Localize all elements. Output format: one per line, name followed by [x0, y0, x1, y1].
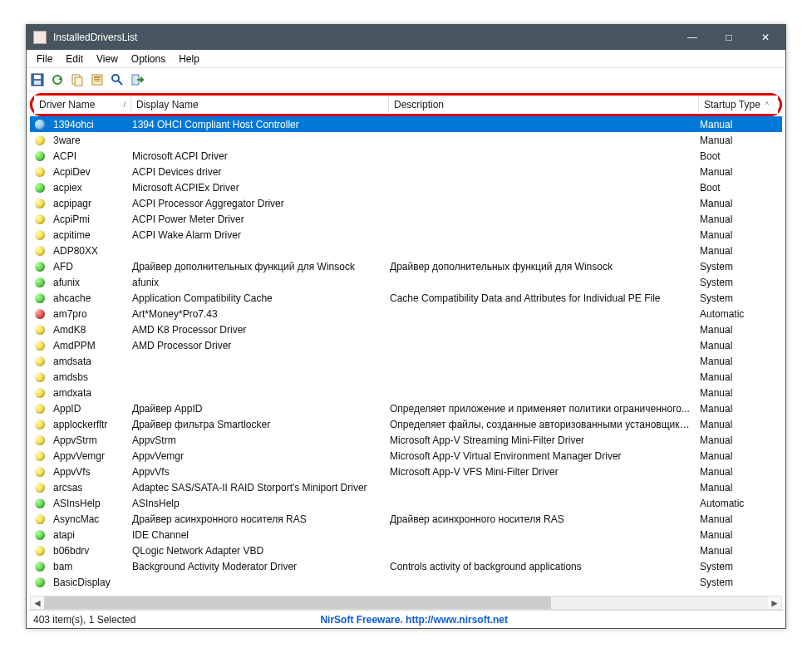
- svg-line-11: [118, 81, 122, 85]
- scroll-left-arrow-icon[interactable]: ◄: [31, 597, 44, 609]
- table-row[interactable]: 1394ohci1394 OHCI Compliant Host Control…: [30, 116, 782, 132]
- menu-edit[interactable]: Edit: [59, 52, 90, 66]
- menubar: File Edit View Options Help: [27, 50, 785, 68]
- menu-options[interactable]: Options: [125, 52, 172, 66]
- find-icon[interactable]: [110, 72, 125, 87]
- table-row[interactable]: amdxataManual: [30, 385, 782, 400]
- table-row[interactable]: arcsasAdaptec SAS/SATA-II RAID Storport'…: [30, 479, 782, 495]
- table-row[interactable]: AppvVfsAppvVfsMicrosoft App-V VFS Mini-F…: [30, 464, 782, 479]
- table-row[interactable]: acpiexMicrosoft ACPIEx DriverBoot: [30, 179, 782, 195]
- column-display-name[interactable]: Display Name: [131, 96, 389, 113]
- table-row[interactable]: 3wareManual: [30, 132, 782, 148]
- rows-container: 1394ohci1394 OHCI Compliant Host Control…: [30, 116, 782, 595]
- table-row[interactable]: atapiIDE ChannelManual: [30, 527, 782, 543]
- cell-startup-type: System: [695, 577, 765, 588]
- table-row[interactable]: AcpiDevACPI Devices driverManual: [30, 164, 782, 179]
- cell-driver-name: amdsata: [48, 356, 127, 367]
- cell-startup-type: Manual: [695, 198, 765, 209]
- cell-display-name: Art*Money*Pro7.43: [127, 308, 385, 320]
- table-row[interactable]: AcpiPmiACPI Power Meter DriverManual: [30, 211, 782, 227]
- table-row[interactable]: applockerfltrДрайвер фильтра Smartlocker…: [30, 416, 782, 432]
- menu-file[interactable]: File: [30, 52, 59, 66]
- cell-description: Cache Compatibility Data and Attributes …: [385, 292, 695, 304]
- refresh-icon[interactable]: [50, 72, 65, 87]
- maximize-button[interactable]: □: [711, 25, 747, 50]
- status-bullet-icon: [35, 230, 45, 240]
- cell-description: Определяет приложение и применяет полити…: [385, 403, 695, 415]
- status-bullet-icon: [35, 120, 45, 130]
- table-row[interactable]: AppIDДрайвер AppIDОпределяет приложение …: [30, 400, 782, 416]
- table-row[interactable]: bamBackground Activity Moderator DriverC…: [30, 558, 782, 574]
- status-bullet-icon: [35, 483, 45, 493]
- scrollbar-thumb[interactable]: [44, 597, 551, 609]
- cell-startup-type: Manual: [695, 403, 765, 415]
- titlebar[interactable]: InstalledDriversList — □ ✕: [27, 25, 785, 50]
- cell-startup-type: Manual: [695, 135, 765, 146]
- cell-driver-name: ADP80XX: [48, 245, 127, 257]
- table-row[interactable]: AmdK8AMD K8 Processor DriverManual: [30, 322, 782, 337]
- status-bullet-icon: [35, 420, 45, 430]
- cell-description: Microsoft App-V VFS Mini-Filter Driver: [385, 466, 695, 478]
- table-row[interactable]: ahcacheApplication Compatibility CacheCa…: [30, 290, 782, 306]
- horizontal-scrollbar[interactable]: ◄ ►: [30, 596, 782, 610]
- cell-driver-name: bam: [48, 561, 127, 572]
- cell-driver-name: ASInsHelp: [48, 498, 127, 509]
- table-row[interactable]: afunixafunixSystem: [30, 274, 782, 290]
- menu-view[interactable]: View: [90, 52, 125, 66]
- table-row[interactable]: am7proArt*Money*Pro7.43Automatic: [30, 306, 782, 322]
- table-row[interactable]: ACPIMicrosoft ACPI DriverBoot: [30, 148, 782, 164]
- status-bullet-icon: [35, 530, 45, 540]
- table-row[interactable]: b06bdrvQLogic Network Adapter VBDManual: [30, 543, 782, 558]
- copy-icon[interactable]: [70, 72, 85, 87]
- column-driver-name[interactable]: Driver Name /: [34, 96, 131, 113]
- cell-driver-name: atapi: [48, 529, 127, 541]
- cell-display-name: Драйвер дополнительных функций для Winso…: [127, 261, 385, 272]
- table-row[interactable]: AppvVemgrAppvVemgrMicrosoft App-V Virtua…: [30, 448, 782, 464]
- svg-point-10: [112, 75, 119, 81]
- status-bullet-icon: [35, 262, 45, 272]
- table-row[interactable]: AFDДрайвер дополнительных функций для Wi…: [30, 258, 782, 274]
- properties-icon[interactable]: [90, 72, 105, 87]
- scroll-right-arrow-icon[interactable]: ►: [768, 597, 781, 609]
- table-row[interactable]: ASInsHelpASInsHelpAutomatic: [30, 495, 782, 511]
- cell-description: Controls activity of background applicat…: [385, 561, 695, 572]
- cell-description: Microsoft App-V Virtual Environment Mana…: [385, 450, 695, 462]
- table-row[interactable]: ADP80XXManual: [30, 243, 782, 258]
- save-icon[interactable]: [30, 72, 45, 87]
- minimize-button[interactable]: —: [674, 25, 711, 50]
- cell-display-name: AMD K8 Processor Driver: [127, 324, 385, 336]
- scrollbar-track[interactable]: [44, 597, 768, 609]
- cell-startup-type: Manual: [695, 371, 765, 383]
- cell-startup-type: Manual: [695, 450, 765, 462]
- status-bullet-icon: [35, 388, 45, 398]
- cell-startup-type: Manual: [695, 435, 765, 446]
- column-startup-type[interactable]: Startup Type ^: [699, 96, 769, 113]
- status-bullet-icon: [35, 135, 45, 145]
- close-button[interactable]: ✕: [747, 25, 784, 50]
- cell-startup-type: System: [695, 261, 765, 272]
- cell-startup-type: System: [695, 561, 765, 572]
- table-row[interactable]: AsyncMacДрайвер асинхронного носителя RA…: [30, 511, 782, 527]
- cell-startup-type: Manual: [695, 119, 765, 130]
- cell-description: Microsoft App-V Streaming Mini-Filter Dr…: [385, 435, 695, 446]
- cell-startup-type: Manual: [695, 229, 765, 241]
- cell-startup-type: Manual: [695, 529, 765, 541]
- exit-icon[interactable]: [130, 72, 145, 87]
- status-bullet-icon: [35, 309, 45, 319]
- table-row[interactable]: acpipagrACPI Processor Aggregator Driver…: [30, 195, 782, 211]
- table-row[interactable]: AppvStrmAppvStrmMicrosoft App-V Streamin…: [30, 432, 782, 448]
- status-bullet-icon: [35, 325, 45, 335]
- table-row[interactable]: amdsbsManual: [30, 369, 782, 385]
- table-row[interactable]: AmdPPMAMD Processor DriverManual: [30, 337, 782, 353]
- menu-help[interactable]: Help: [172, 52, 206, 66]
- status-bullet-icon: [35, 577, 45, 587]
- table-row[interactable]: acpitimeACPI Wake Alarm DriverManual: [30, 227, 782, 243]
- cell-driver-name: AFD: [48, 261, 127, 272]
- column-description[interactable]: Description: [389, 96, 699, 113]
- column-header-highlight: Driver Name / Display Name Description S…: [30, 93, 782, 116]
- table-row[interactable]: amdsataManual: [30, 353, 782, 369]
- cell-driver-name: ACPI: [48, 150, 127, 162]
- cell-driver-name: AppID: [48, 403, 127, 415]
- status-link[interactable]: NirSoft Freeware. http://www.nirsoft.net: [142, 614, 686, 626]
- table-row[interactable]: BasicDisplaySystem: [30, 574, 782, 590]
